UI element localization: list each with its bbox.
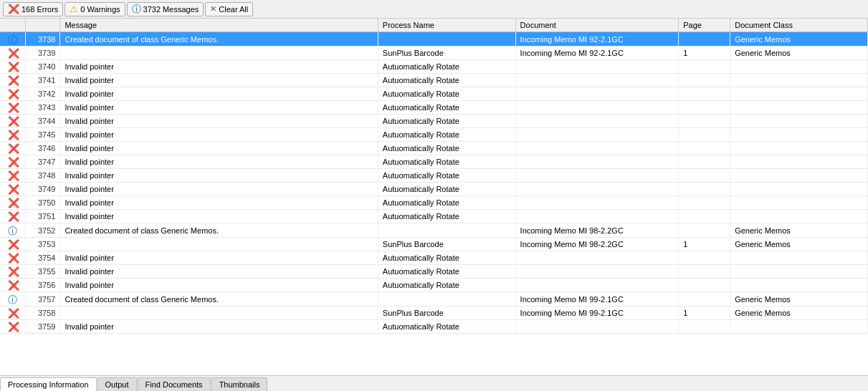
row-page — [679, 74, 730, 87]
row-type-icon: ❌ — [0, 210, 26, 223]
col-header-docclass[interactable]: Document Class — [730, 19, 868, 32]
table-row[interactable]: ⓘ3757Created document of class Generic M… — [0, 292, 868, 306]
info-icon: ⓘ — [132, 3, 141, 16]
table-row[interactable]: ❌3739SunPlus BarcodeIncoming Memo MI 92-… — [0, 47, 868, 60]
row-docclass: Generic Memos — [730, 47, 868, 60]
table-row[interactable]: ❌3742Invalid pointerAutuomatically Rotat… — [0, 87, 868, 101]
table-row[interactable]: ❌3758SunPlus BarcodeIncoming Memo MI 99-… — [0, 306, 868, 320]
col-header-process[interactable]: Process Name — [378, 19, 515, 32]
error-row-icon: ❌ — [8, 184, 18, 194]
bottom-tab-output[interactable]: Output — [97, 377, 137, 391]
row-num: 3742 — [26, 87, 60, 101]
row-message — [60, 306, 378, 320]
table-row[interactable]: ❌3740Invalid pointerAutuomatically Rotat… — [0, 60, 868, 74]
row-document — [515, 183, 679, 196]
row-document — [515, 87, 679, 101]
row-num: 3741 — [26, 74, 60, 87]
row-type-icon: ❌ — [0, 169, 26, 183]
table-row[interactable]: ❌3748Invalid pointerAutuomatically Rotat… — [0, 169, 868, 183]
row-page — [679, 210, 730, 223]
table-row[interactable]: ❌3750Invalid pointerAutuomatically Rotat… — [0, 196, 868, 210]
table-row[interactable]: ❌3753SunPlus BarcodeIncoming Memo MI 98-… — [0, 238, 868, 251]
row-type-icon: ❌ — [0, 183, 26, 196]
error-row-icon: ❌ — [8, 322, 18, 332]
row-docclass — [730, 196, 868, 210]
row-num: 3759 — [26, 320, 60, 334]
col-header-document[interactable]: Document — [515, 19, 679, 32]
message-table-container[interactable]: Message Process Name Document Page Docum… — [0, 19, 868, 375]
row-document — [515, 265, 679, 279]
error-row-icon: ❌ — [8, 239, 18, 249]
error-row-icon: ❌ — [8, 280, 18, 290]
row-document — [515, 210, 679, 223]
row-process: SunPlus Barcode — [378, 306, 515, 320]
table-row[interactable]: ❌3747Invalid pointerAutuomatically Rotat… — [0, 155, 868, 169]
table-row[interactable]: ❌3741Invalid pointerAutuomatically Rotat… — [0, 74, 868, 87]
row-num: 3754 — [26, 251, 60, 265]
bottom-tab-find-documents[interactable]: Find Documents — [138, 377, 211, 391]
row-document — [515, 101, 679, 115]
table-row[interactable]: ❌3755Invalid pointerAutuomatically Rotat… — [0, 265, 868, 279]
table-body: ⓘ3738Created document of class Generic M… — [0, 32, 868, 334]
table-row[interactable]: ❌3756Invalid pointerAutuomatically Rotat… — [0, 279, 868, 292]
col-header-message[interactable]: Message — [60, 19, 378, 32]
info-row-icon: ⓘ — [8, 34, 18, 44]
bottom-tab-thumbnails[interactable]: Thumbnails — [211, 377, 268, 391]
errors-button[interactable]: ❌ 168 Errors — [3, 2, 63, 16]
row-page — [679, 115, 730, 128]
row-page — [679, 60, 730, 74]
row-type-icon: ❌ — [0, 47, 26, 60]
table-row[interactable]: ❌3743Invalid pointerAutuomatically Rotat… — [0, 101, 868, 115]
table-row[interactable]: ❌3749Invalid pointerAutuomatically Rotat… — [0, 183, 868, 196]
row-message: Invalid pointer — [60, 128, 378, 142]
row-message: Invalid pointer — [60, 87, 378, 101]
row-process: Autuomatically Rotate — [378, 320, 515, 334]
table-row[interactable]: ❌3745Invalid pointerAutuomatically Rotat… — [0, 128, 868, 142]
row-document — [515, 251, 679, 265]
error-row-icon: ❌ — [8, 75, 18, 85]
row-type-icon: ❌ — [0, 238, 26, 251]
table-row[interactable]: ❌3746Invalid pointerAutuomatically Rotat… — [0, 142, 868, 155]
row-message: Invalid pointer — [60, 101, 378, 115]
table-row[interactable]: ⓘ3738Created document of class Generic M… — [0, 32, 868, 47]
row-num: 3745 — [26, 128, 60, 142]
row-type-icon: ⓘ — [0, 223, 26, 238]
col-header-page[interactable]: Page — [679, 19, 730, 32]
table-row[interactable]: ❌3759Invalid pointerAutuomatically Rotat… — [0, 320, 868, 334]
row-message: Created document of class Generic Memos. — [60, 32, 378, 47]
messages-button[interactable]: ⓘ 3732 Messages — [127, 2, 204, 16]
row-page — [679, 155, 730, 169]
row-document — [515, 115, 679, 128]
row-page — [679, 265, 730, 279]
row-type-icon: ❌ — [0, 251, 26, 265]
clear-all-label: Clear All — [219, 5, 248, 14]
row-type-icon: ❌ — [0, 87, 26, 101]
row-num: 3739 — [26, 47, 60, 60]
warnings-label: 0 Warnings — [80, 5, 120, 14]
row-num: 3749 — [26, 183, 60, 196]
row-process: Autuomatically Rotate — [378, 210, 515, 223]
row-message: Created document of class Generic Memos. — [60, 292, 378, 306]
row-page — [679, 196, 730, 210]
row-document — [515, 142, 679, 155]
errors-label: 168 Errors — [22, 5, 58, 14]
table-row[interactable]: ❌3751Invalid pointerAutuomatically Rotat… — [0, 210, 868, 223]
row-process: SunPlus Barcode — [378, 238, 515, 251]
clear-all-button[interactable]: ✕ Clear All — [205, 2, 253, 16]
row-document: Incoming Memo MI 99-2.1GC — [515, 306, 679, 320]
table-row[interactable]: ❌3754Invalid pointerAutuomatically Rotat… — [0, 251, 868, 265]
col-header-num[interactable] — [26, 19, 60, 32]
row-document — [515, 279, 679, 292]
row-process: Autuomatically Rotate — [378, 169, 515, 183]
table-header-row: Message Process Name Document Page Docum… — [0, 19, 868, 32]
message-table: Message Process Name Document Page Docum… — [0, 19, 868, 334]
bottom-tab-processing-information[interactable]: Processing Information — [0, 377, 97, 391]
row-num: 3748 — [26, 169, 60, 183]
error-row-icon: ❌ — [8, 116, 18, 126]
table-row[interactable]: ⓘ3752Created document of class Generic M… — [0, 223, 868, 238]
row-docclass — [730, 128, 868, 142]
error-row-icon: ❌ — [8, 130, 18, 140]
row-type-icon: ❌ — [0, 155, 26, 169]
warnings-button[interactable]: ⚠ 0 Warnings — [65, 2, 125, 16]
table-row[interactable]: ❌3744Invalid pointerAutuomatically Rotat… — [0, 115, 868, 128]
